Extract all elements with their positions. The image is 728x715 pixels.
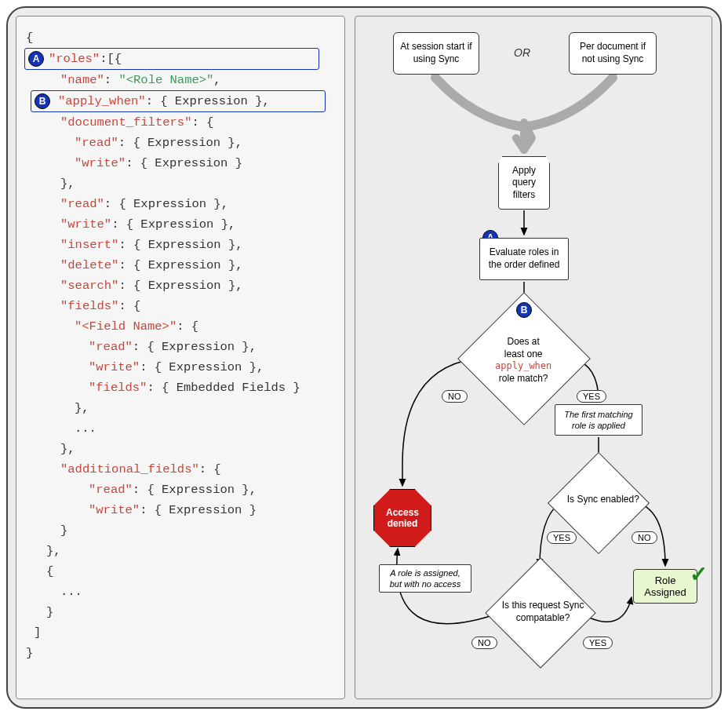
additional-fields-key: "additional_fields" <box>60 459 199 480</box>
decision-sync-compat: Is this request Sync compatable? <box>485 557 595 668</box>
role-assigned-node: Role Assigned <box>633 569 697 604</box>
name-key: "name" <box>60 70 104 90</box>
badge-a: A <box>28 51 44 67</box>
ellipsis: ... <box>75 418 96 439</box>
access-denied-node: Access denied <box>373 489 431 547</box>
delete-key: "delete" <box>60 255 118 275</box>
highlighted-applywhen-line: B "apply_when": { Expression }, <box>31 90 326 112</box>
badge-b: B <box>35 93 50 109</box>
or-label: OR <box>514 46 530 59</box>
pill-no-1: NO <box>442 390 468 403</box>
code-brace: { <box>26 27 33 48</box>
evaluate-roles-node: Evaluate roles in the order defined <box>479 238 569 280</box>
pill-yes-1: YES <box>577 390 606 403</box>
write-key: "write" <box>75 153 126 173</box>
pill-yes-2: YES <box>547 531 577 544</box>
first-match-note: The first matching role is applied <box>555 404 642 436</box>
apply-when-key: "apply_when" <box>58 91 146 111</box>
read-key: "read" <box>75 133 118 153</box>
pill-yes-3: YES <box>583 637 613 649</box>
diagram-container: { A "roles":[{ "name": "<Role Name>", B … <box>6 6 722 709</box>
fields-key: "fields" <box>60 296 118 316</box>
name-val: "<Role Name>" <box>118 70 213 90</box>
no-access-note: A role is assigned, but with no access <box>379 564 471 593</box>
roles-open: :[{ <box>100 49 122 69</box>
pill-no-2: NO <box>632 531 657 544</box>
insert-key: "insert" <box>60 235 118 255</box>
code-expr: { Expression } <box>160 91 262 111</box>
start-session-node: At session start if using Sync <box>393 32 479 75</box>
field-name-key: "<Field Name>" <box>75 316 177 337</box>
highlighted-roles-line: A "roles":[{ <box>24 48 319 70</box>
search-key: "search" <box>60 275 118 296</box>
pill-no-3: NO <box>471 637 497 649</box>
embedded-fields: { Embedded Fields } <box>162 378 300 398</box>
roles-key: "roles" <box>49 49 100 69</box>
apply-filters-node: Apply query filters <box>498 156 550 210</box>
start-document-node: Per document if not using Sync <box>569 32 657 75</box>
flowchart-panel: At session start if using Sync OR Per do… <box>355 16 712 699</box>
apply-when-highlight: apply_when <box>495 360 551 371</box>
checkmark-icon: ✓ <box>690 561 708 587</box>
code-panel: { A "roles":[{ "name": "<Role Name>", B … <box>16 16 345 699</box>
badge-b-flowchart: B <box>516 302 532 318</box>
doc-filters-key: "document_filters" <box>60 112 191 133</box>
